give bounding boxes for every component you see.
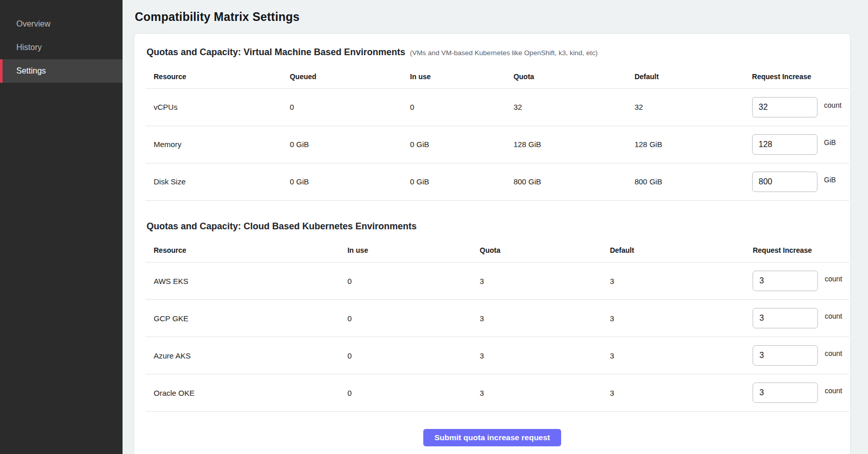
quota-value: 128 GiB: [514, 126, 635, 163]
vm-section-header: Quotas and Capacity: Virtual Machine Bas…: [134, 47, 850, 65]
quota-settings-card: Quotas and Capacity: Virtual Machine Bas…: [134, 33, 851, 454]
quota-value: 3: [480, 374, 610, 412]
column-header-quota: Quota: [480, 239, 610, 262]
quota-value: 3: [480, 337, 610, 374]
page-title: Compatibility Matrix Settings: [135, 10, 851, 24]
sidebar-item-overview[interactable]: Overview: [0, 12, 123, 36]
submit-quota-increase-button[interactable]: Submit quota increase request: [423, 429, 562, 446]
column-header-resource: Resource: [146, 239, 347, 262]
in-use-value: 0: [347, 300, 479, 337]
vm-table-header-row: Resource Queued In use Quota Default Req…: [146, 65, 849, 88]
column-header-quota: Quota: [514, 65, 635, 88]
default-value: 3: [610, 300, 753, 337]
vm-quota-table: Resource Queued In use Quota Default Req…: [146, 65, 849, 201]
unit-label: count: [825, 349, 842, 357]
request-increase-cell: count: [753, 383, 849, 403]
default-value: 3: [610, 262, 753, 300]
column-header-request-increase: Request Increase: [752, 65, 849, 88]
resource-name: AWS EKS: [146, 262, 347, 300]
vm-section-title: Quotas and Capacity: Virtual Machine Bas…: [147, 47, 405, 58]
unit-label: GiB: [824, 176, 836, 184]
oracle-oke-request-input[interactable]: [753, 383, 818, 403]
column-header-queued: Queued: [290, 65, 410, 88]
table-row: GCP GKE 0 3 3 count: [146, 300, 849, 337]
k8s-quota-table: Resource In use Quota Default Request In…: [146, 239, 849, 412]
quota-value: 3: [480, 262, 610, 300]
table-row: vCPUs 0 0 32 32 count: [146, 88, 849, 126]
unit-label: GiB: [824, 138, 836, 147]
in-use-value: 0: [347, 262, 479, 300]
main-content: Compatibility Matrix Settings Quotas and…: [123, 0, 868, 454]
table-row: Azure AKS 0 3 3 count: [146, 337, 849, 374]
queued-value: 0 GiB: [290, 163, 410, 200]
sidebar-item-settings[interactable]: Settings: [0, 59, 123, 83]
column-header-in-use: In use: [410, 65, 514, 88]
aws-eks-request-input[interactable]: [753, 271, 818, 291]
submit-row: Submit quota increase request: [134, 412, 850, 446]
sidebar-nav: Overview History Settings: [0, 12, 123, 83]
request-increase-cell: count: [753, 271, 849, 291]
default-value: 128 GiB: [635, 126, 752, 163]
column-header-in-use: In use: [347, 239, 479, 262]
column-header-request-increase: Request Increase: [753, 239, 849, 262]
request-increase-cell: GiB: [752, 134, 849, 155]
k8s-table-header-row: Resource In use Quota Default Request In…: [146, 239, 849, 262]
resource-name: Memory: [146, 126, 290, 163]
unit-label: count: [824, 101, 841, 109]
in-use-value: 0: [347, 374, 479, 412]
request-increase-cell: count: [753, 308, 849, 328]
default-value: 800 GiB: [635, 163, 752, 200]
resource-name: Disk Size: [146, 163, 290, 200]
table-row: Memory 0 GiB 0 GiB 128 GiB 128 GiB GiB: [146, 126, 849, 163]
queued-value: 0: [290, 88, 410, 126]
queued-value: 0 GiB: [290, 126, 410, 163]
quota-value: 800 GiB: [514, 163, 635, 200]
table-row: AWS EKS 0 3 3 count: [146, 262, 849, 300]
vm-section-subtitle: (VMs and VM-based Kubernetes like OpenSh…: [410, 49, 598, 57]
gcp-gke-request-input[interactable]: [753, 308, 818, 328]
in-use-value: 0: [347, 337, 479, 374]
default-value: 3: [610, 337, 753, 374]
quota-value: 32: [514, 88, 635, 126]
resource-name: Oracle OKE: [146, 374, 347, 412]
quota-value: 3: [480, 300, 610, 337]
k8s-section-header: Quotas and Capacity: Cloud Based Kuberne…: [134, 201, 850, 239]
column-header-default: Default: [635, 65, 752, 88]
vcpus-request-input[interactable]: [752, 97, 817, 117]
default-value: 32: [635, 88, 752, 126]
table-row: Oracle OKE 0 3 3 count: [146, 374, 849, 412]
k8s-section-title: Quotas and Capacity: Cloud Based Kuberne…: [147, 221, 417, 232]
request-increase-cell: count: [753, 345, 849, 366]
default-value: 3: [610, 374, 753, 412]
unit-label: count: [825, 312, 842, 320]
resource-name: GCP GKE: [146, 300, 347, 337]
resource-name: vCPUs: [146, 88, 290, 126]
in-use-value: 0 GiB: [410, 126, 514, 163]
disk-size-request-input[interactable]: [752, 172, 817, 192]
in-use-value: 0: [410, 88, 514, 126]
resource-name: Azure AKS: [146, 337, 347, 374]
sidebar-item-history[interactable]: History: [0, 36, 123, 59]
app-root: Overview History Settings Compatibility …: [0, 0, 868, 454]
azure-aks-request-input[interactable]: [753, 345, 818, 366]
sidebar: Overview History Settings: [0, 0, 123, 454]
memory-request-input[interactable]: [752, 134, 817, 155]
column-header-resource: Resource: [146, 65, 290, 88]
request-increase-cell: GiB: [752, 172, 849, 192]
unit-label: count: [825, 275, 842, 283]
column-header-default: Default: [610, 239, 753, 262]
unit-label: count: [825, 387, 842, 395]
request-increase-cell: count: [752, 97, 849, 117]
in-use-value: 0 GiB: [410, 163, 514, 200]
table-row: Disk Size 0 GiB 0 GiB 800 GiB 800 GiB Gi…: [146, 163, 849, 200]
